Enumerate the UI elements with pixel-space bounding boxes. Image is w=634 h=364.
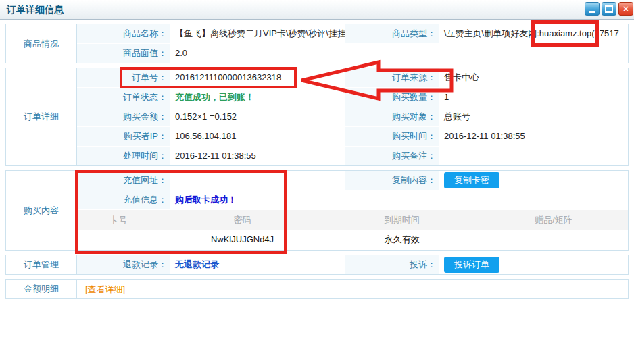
page-title: 订单详细信息 xyxy=(7,4,64,16)
section-manage: 订单管理 退款记录： 无退款记录 投诉： 投诉订单 xyxy=(5,255,629,275)
buy-time-value: 2016-12-11 01:38:55 xyxy=(439,127,628,146)
handle-time-value: 2016-12-11 01:38:55 xyxy=(170,147,345,165)
refund-record-label: 退款记录： xyxy=(77,255,170,274)
expire-time-value: 永久有效 xyxy=(325,230,479,250)
category-manage: 订单管理 xyxy=(6,255,77,274)
row-refund: 退款记录： 无退款记录 投诉： 投诉订单 xyxy=(77,255,628,274)
gift-matrix-value xyxy=(479,230,628,250)
minimize-button[interactable] xyxy=(585,2,600,16)
row-recharge-info: 充值信息： 购后取卡成功！ xyxy=(77,190,628,210)
copy-card-button[interactable]: 复制卡密 xyxy=(444,172,499,188)
product-name-label: 商品名称： xyxy=(77,24,170,43)
buy-target-label: 购买对象： xyxy=(345,107,439,126)
buy-remark-label: 购买备注： xyxy=(345,147,439,165)
row-product-face: 商品面值： 2.0 xyxy=(77,44,628,63)
complain-order-button[interactable]: 投诉订单 xyxy=(444,257,499,273)
row-buyer-ip: 购买者IP： 106.56.104.181 购买时间： 2016-12-11 0… xyxy=(77,127,628,147)
buyer-ip-label: 购买者IP： xyxy=(77,127,170,146)
card-no-value xyxy=(77,230,160,250)
buy-qty-label: 购买数量： xyxy=(345,88,439,107)
gift-matrix-header: 赠品/矩阵 xyxy=(479,210,628,230)
row-amount-detail: [查看详细] xyxy=(77,280,628,298)
order-status-value: 充值成功，已到账！ xyxy=(170,88,345,107)
close-button[interactable]: ✕ xyxy=(618,2,633,16)
product-name-value: 【鱼飞】离线秒赞二月VIP卡\秒赞\秒评\挂挂 xyxy=(170,24,345,43)
product-type-label: 商品类型： xyxy=(345,24,439,43)
product-face-value: 2.0 xyxy=(170,44,628,63)
card-no-header: 卡号 xyxy=(77,210,160,230)
complaint-cell: 投诉订单 xyxy=(439,255,628,274)
recharge-url-label: 充值网址： xyxy=(77,171,170,190)
buy-qty-value: 1 xyxy=(439,88,628,107)
handle-time-label: 处理时间： xyxy=(77,147,170,165)
card-password-header: 密码 xyxy=(160,210,325,230)
view-detail-link[interactable]: [查看详细] xyxy=(77,280,125,298)
buy-amount-label: 购买金额： xyxy=(77,107,170,126)
section-content: 购买内容 充值网址： 复制内容： 复制卡密 充值信息： 购后取卡成功！ 卡号 密… xyxy=(5,170,629,251)
card-table-row: NwKlJUJGNd4J 永久有效 xyxy=(77,230,628,250)
maximize-button[interactable] xyxy=(602,2,616,16)
refund-record-value: 无退款记录 xyxy=(170,255,345,274)
order-source-label: 订单来源： xyxy=(345,68,439,87)
order-status-label: 订单状态： xyxy=(77,88,170,107)
section-amount: 金额明细 [查看详细] xyxy=(5,279,629,299)
category-product: 商品情况 xyxy=(6,24,77,63)
section-order: 订单详细 订单号： 2016121110000013632318 订单来源： 售… xyxy=(5,68,629,166)
buy-remark-value xyxy=(439,147,628,165)
expire-time-header: 到期时间 xyxy=(325,210,479,230)
close-icon: ✕ xyxy=(623,5,630,14)
maximize-icon xyxy=(605,5,613,13)
buy-time-label: 购买时间： xyxy=(345,127,439,146)
category-order: 订单详细 xyxy=(6,68,77,165)
row-handle-time: 处理时间： 2016-12-11 01:38:55 购买备注： xyxy=(77,147,628,165)
recharge-info-value: 购后取卡成功！ xyxy=(170,190,628,209)
row-order-no: 订单号： 2016121110000013632318 订单来源： 售卡中心 xyxy=(77,68,628,88)
row-buy-amount: 购买金额： 0.152×1 =0.152 购买对象： 总账号 xyxy=(77,107,628,127)
copy-content-cell: 复制卡密 xyxy=(439,171,628,190)
product-type-value: \互赞主页\删单项好友网:huaxiamz.top(17517 xyxy=(439,24,628,43)
row-order-status: 订单状态： 充值成功，已到账！ 购买数量： 1 xyxy=(77,88,628,107)
title-bar: 订单详细信息 ✕ xyxy=(0,0,634,20)
copy-content-label: 复制内容： xyxy=(345,171,439,190)
buyer-ip-value: 106.56.104.181 xyxy=(170,127,345,146)
buy-amount-value: 0.152×1 =0.152 xyxy=(170,107,345,126)
recharge-info-label: 充值信息： xyxy=(77,190,170,209)
buy-target-value: 总账号 xyxy=(439,107,628,126)
order-no-label: 订单号： xyxy=(77,68,170,87)
card-table-header: 卡号 密码 到期时间 赠品/矩阵 xyxy=(77,210,628,230)
category-amount: 金额明细 xyxy=(6,280,77,298)
minimize-icon xyxy=(589,11,595,13)
order-source-value: 售卡中心 xyxy=(439,68,628,87)
row-recharge-url: 充值网址： 复制内容： 复制卡密 xyxy=(77,171,628,190)
section-product: 商品情况 商品名称： 【鱼飞】离线秒赞二月VIP卡\秒赞\秒评\挂挂 商品类型：… xyxy=(5,24,629,63)
recharge-url-value xyxy=(170,171,345,190)
row-product-name: 商品名称： 【鱼飞】离线秒赞二月VIP卡\秒赞\秒评\挂挂 商品类型： \互赞主… xyxy=(77,24,628,44)
complaint-label: 投诉： xyxy=(345,255,439,274)
product-face-label: 商品面值： xyxy=(77,44,170,63)
window-controls: ✕ xyxy=(585,2,633,16)
category-content: 购买内容 xyxy=(6,171,77,250)
order-no-value: 2016121110000013632318 xyxy=(170,68,345,87)
card-password-value: NwKlJUJGNd4J xyxy=(160,230,325,250)
